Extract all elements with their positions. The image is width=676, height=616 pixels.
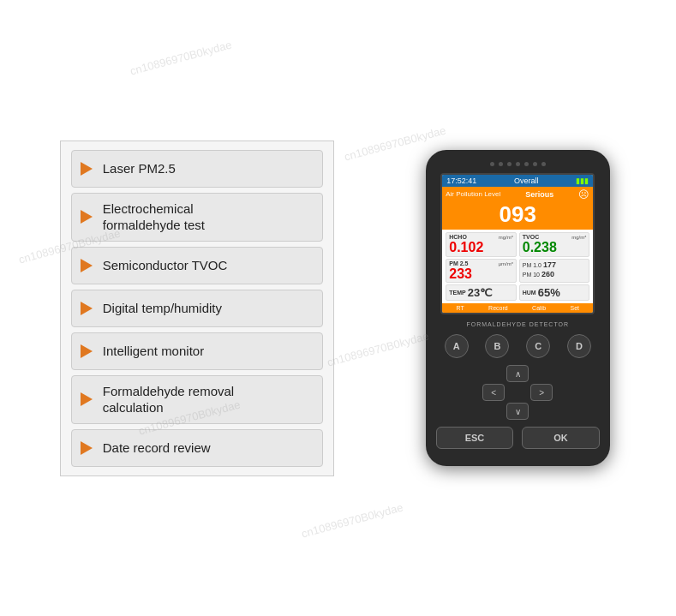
arrow-icon-6 <box>81 441 93 455</box>
screen-header: 17:52:41 Overall ▮▮▮ <box>442 175 593 187</box>
button-d[interactable]: D <box>567 334 591 358</box>
arrow-icon-1 <box>81 210 93 224</box>
dpad-spacer-br <box>530 403 553 420</box>
footer-btn-calib[interactable]: Calib <box>532 305 546 311</box>
button-esc[interactable]: ESC <box>436 427 514 449</box>
screen-aqi: 093 <box>442 202 593 230</box>
arrow-icon-3 <box>81 302 93 315</box>
dpad-up[interactable]: ∧ <box>506 365 529 382</box>
pm10-value: 177 <box>543 260 556 269</box>
menu-item-formaldehyde-removal[interactable]: Formaldehyde removal calculation <box>71 375 323 424</box>
dot-2 <box>499 162 503 166</box>
screen-overall: Overall <box>514 176 539 185</box>
screen-serious: Serious <box>525 190 553 199</box>
battery-icon: ▮▮▮ <box>576 176 589 185</box>
screen-face-icon: ☹ <box>578 188 589 200</box>
device-screen: 17:52:41 Overall ▮▮▮ Air Pollution Level… <box>440 173 595 315</box>
temp-cell: TEMP 23℃ <box>446 284 517 301</box>
screen-pollution-bar: Air Pollution Level Serious ☹ <box>442 187 593 202</box>
arrow-icon-2 <box>81 259 93 272</box>
tvoc-unit: mg/m³ <box>571 235 586 240</box>
dot-5 <box>524 162 529 166</box>
pm25-unit: μm/m³ <box>499 261 513 266</box>
menu-item-semiconductor-tvoc[interactable]: Semiconductor TVOC <box>71 247 323 284</box>
menu-item-intelligent-monitor[interactable]: Intelligent monitor <box>71 332 323 370</box>
hum-cell: HUM 65% <box>519 284 590 301</box>
menu-label-6: Date record review <box>103 440 211 457</box>
screen-cell-pm10: PM 1.0 177 PM 10 260 <box>519 259 590 284</box>
arrow-icon-4 <box>81 344 93 358</box>
dot-1 <box>490 162 494 166</box>
screen-cell-hcho: HCHO mg/m³ 0.102 <box>446 232 517 257</box>
menu-label-3: Digital temp/humidity <box>103 300 222 317</box>
arrow-icon-5 <box>81 392 93 406</box>
hum-label: HUM <box>523 290 536 296</box>
screen-cell-tvoc: TVOC mg/m³ 0.238 <box>519 232 590 257</box>
speaker-dots <box>490 162 546 166</box>
dot-6 <box>533 162 537 166</box>
screen-footer: RT Record Calib Set <box>442 303 593 313</box>
dpad-spacer-tr <box>530 365 553 382</box>
footer-btn-record[interactable]: Record <box>488 305 508 311</box>
footer-btn-rt[interactable]: RT <box>456 305 464 311</box>
button-c[interactable]: C <box>526 334 550 358</box>
menu-label-1: Electrochemical formaldehyde test <box>103 200 205 234</box>
pm25-label: PM 2.5 <box>449 260 468 266</box>
page-container: cn10896970B0kydae cn10896970B0kydae cn10… <box>0 0 676 616</box>
screen-cell-pm25: PM 2.5 μm/m³ 233 <box>446 259 517 284</box>
temp-label: TEMP <box>449 290 465 296</box>
menu-item-digital-temp[interactable]: Digital temp/humidity <box>71 290 323 327</box>
arrow-icon-0 <box>81 162 93 176</box>
menu-label-5: Formaldehyde removal calculation <box>103 383 234 416</box>
pm10b-label-row: PM 10 260 <box>523 270 587 278</box>
footer-btn-set[interactable]: Set <box>570 305 579 311</box>
dot-3 <box>507 162 511 166</box>
watermark-1: cn10896970B0kydae <box>129 38 233 77</box>
screen-row-hcho-tvoc: HCHO mg/m³ 0.102 TVOC mg/m³ 0.238 <box>446 232 589 257</box>
hcho-label: HCHO <box>449 234 467 240</box>
device-panel: 17:52:41 Overall ▮▮▮ Air Pollution Level… <box>419 150 616 467</box>
menu-label-2: Semiconductor TVOC <box>103 257 228 274</box>
hum-value: 65% <box>538 286 560 299</box>
dpad-row-top: ∧ <box>482 365 553 382</box>
menu-label-0: Laser PM2.5 <box>103 160 176 177</box>
dpad-right[interactable]: > <box>530 384 553 401</box>
temp-value: 23℃ <box>468 286 493 299</box>
dpad-spacer-bl <box>482 403 505 420</box>
dpad-row-bot: ∨ <box>482 403 553 420</box>
menu-label-4: Intelligent monitor <box>103 343 204 360</box>
menu-item-date-record[interactable]: Date record review <box>71 429 323 467</box>
screen-body: HCHO mg/m³ 0.102 TVOC mg/m³ 0.238 <box>442 230 593 303</box>
dpad-center-space <box>506 384 529 401</box>
dot-4 <box>516 162 520 166</box>
watermark-6: cn10896970B0kydae <box>300 500 404 540</box>
screen-row-pm: PM 2.5 μm/m³ 233 PM 1.0 177 PM 10 <box>446 259 589 284</box>
pm10b-value: 260 <box>541 270 554 278</box>
dpad: ∧ < > ∨ <box>475 365 560 420</box>
pm25-value: 233 <box>449 266 513 282</box>
screen-time: 17:52:41 <box>446 176 476 185</box>
button-a[interactable]: A <box>445 334 469 358</box>
dpad-left[interactable]: < <box>482 384 505 401</box>
device: 17:52:41 Overall ▮▮▮ Air Pollution Level… <box>426 150 610 467</box>
pm10-label-row: PM 1.0 177 <box>523 260 587 269</box>
esc-ok-row: ESC OK <box>436 427 600 449</box>
screen-row-temp-hum: TEMP 23℃ HUM 65% <box>446 284 589 301</box>
tvoc-label: TVOC <box>523 234 539 240</box>
dpad-spacer-tl <box>482 365 505 382</box>
screen-apl: Air Pollution Level <box>446 190 500 198</box>
dpad-row-mid: < > <box>482 384 553 401</box>
hcho-unit: mg/m³ <box>499 235 513 240</box>
menu-item-laser-pm25[interactable]: Laser PM2.5 <box>71 150 323 188</box>
menu-panel: Laser PM2.5 Electrochemical formaldehyde… <box>60 141 334 476</box>
hcho-value: 0.102 <box>449 240 513 255</box>
tvoc-value: 0.238 <box>523 240 587 255</box>
watermark-5: cn10896970B0kydae <box>326 329 430 368</box>
device-label: FORMALDEHYDE DETECTOR <box>466 321 569 327</box>
dot-7 <box>541 162 546 166</box>
button-b[interactable]: B <box>485 334 509 358</box>
menu-item-electrochemical[interactable]: Electrochemical formaldehyde test <box>71 193 323 242</box>
button-ok[interactable]: OK <box>522 427 600 449</box>
abcd-button-row: A B C D <box>436 334 600 358</box>
dpad-down[interactable]: ∨ <box>506 403 529 420</box>
